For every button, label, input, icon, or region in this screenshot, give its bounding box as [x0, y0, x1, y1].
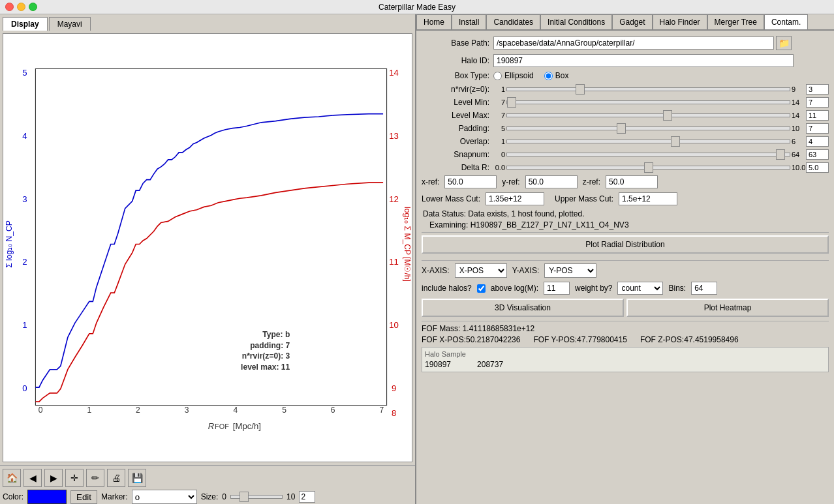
- tab-display[interactable]: Display: [3, 17, 48, 31]
- chart-svg: 5 4 3 2 1 0 14 13 12 11 10 9 8 0 1 2 3 4: [3, 34, 412, 462]
- base-path-input[interactable]: [493, 37, 774, 50]
- visualisation-button[interactable]: 3D Visualisation: [422, 299, 624, 317]
- tab-gadget[interactable]: Gadget: [612, 14, 652, 29]
- include-halos-checkbox[interactable]: [477, 284, 486, 293]
- tab-initial-conditions[interactable]: Initial Conditions: [540, 14, 612, 29]
- deltar-slider-min: 0.0: [493, 164, 506, 171]
- levelmin-slider-min: 7: [493, 98, 506, 106]
- upper-mass-label: Upper Mass Cut:: [555, 194, 613, 203]
- tab-candidates[interactable]: Candidates: [486, 14, 540, 29]
- svg-text:FOF: FOF: [215, 422, 229, 430]
- snapnum-slider[interactable]: [506, 153, 790, 156]
- padding-slider-min: 5: [493, 125, 506, 132]
- box-label: Box: [555, 71, 569, 80]
- padding-value[interactable]: [806, 123, 829, 134]
- levelmin-slider[interactable]: [506, 100, 790, 104]
- plot-heatmap-button[interactable]: Plot Heatmap: [626, 299, 829, 317]
- marker-select[interactable]: o s ^: [132, 490, 197, 504]
- levelmax-slider-row: Level Max: 7 14: [422, 110, 829, 121]
- axis-row: X-AXIS: X-POS Y-POS Z-POS Y-AXIS: X-POS …: [422, 263, 829, 278]
- nrvir-value[interactable]: [806, 84, 829, 95]
- zref-input[interactable]: [606, 175, 658, 188]
- color-edit-button[interactable]: Edit: [70, 490, 97, 504]
- tab-install[interactable]: Install: [452, 14, 486, 29]
- box-radio[interactable]: [544, 72, 553, 80]
- svg-text:0: 0: [22, 383, 27, 393]
- halo-id-label: Halo ID:: [422, 56, 493, 65]
- snapnum-value[interactable]: [806, 149, 829, 160]
- svg-text:5: 5: [282, 406, 286, 415]
- ellipsoid-label: Ellipsoid: [504, 71, 534, 80]
- levelmax-slider-min: 7: [493, 111, 506, 119]
- marker-label: Marker:: [101, 492, 128, 501]
- crosshair-icon-btn[interactable]: ✛: [65, 469, 84, 487]
- levelmax-value[interactable]: [806, 110, 829, 121]
- deltar-value[interactable]: [806, 162, 829, 173]
- lower-mass-input[interactable]: [486, 192, 544, 205]
- overlap-slider-min: 1: [493, 138, 506, 145]
- deltar-slider[interactable]: [506, 166, 790, 170]
- forward-icon-btn[interactable]: ▶: [44, 469, 63, 487]
- ellipsoid-radio-label[interactable]: Ellipsoid: [493, 71, 534, 80]
- folder-button[interactable]: 📁: [776, 36, 792, 50]
- svg-text:6: 6: [331, 406, 335, 415]
- ellipsoid-radio[interactable]: [493, 72, 502, 80]
- nrvir-slider-max: 9: [790, 85, 803, 93]
- base-path-row: Base Path: 📁: [422, 36, 829, 50]
- toolbar-icons: 🏠 ◀ ▶ ✛ ✏ 🖨 💾: [3, 469, 412, 487]
- fof-zpos: FOF Z-POS:47.4519958496: [640, 335, 739, 344]
- minimize-button[interactable]: [17, 3, 25, 11]
- window-controls[interactable]: [5, 3, 37, 11]
- tab-halo-finder[interactable]: Halo Finder: [653, 14, 707, 29]
- base-path-label: Base Path:: [422, 38, 493, 48]
- svg-text:3: 3: [185, 406, 189, 415]
- levelmin-value[interactable]: [806, 97, 829, 108]
- tab-merger-tree[interactable]: Merger Tree: [707, 14, 764, 29]
- back-icon-btn[interactable]: ◀: [23, 469, 42, 487]
- color-box[interactable]: [27, 490, 67, 504]
- xaxis-select[interactable]: X-POS Y-POS Z-POS: [455, 263, 507, 278]
- overlap-slider[interactable]: [506, 140, 790, 143]
- size-value[interactable]: [299, 491, 315, 503]
- levelmax-slider[interactable]: [506, 113, 790, 117]
- svg-text:4: 4: [233, 406, 238, 415]
- mass-cut-row: Lower Mass Cut: Upper Mass Cut:: [422, 192, 829, 205]
- yaxis-select[interactable]: X-POS Y-POS Z-POS: [544, 263, 596, 278]
- tab-home[interactable]: Home: [416, 14, 452, 29]
- levelmin-slider-row: Level Min: 7 14: [422, 97, 829, 108]
- padding-slider-row: Padding: 5 10: [422, 123, 829, 134]
- close-button[interactable]: [5, 3, 14, 11]
- weight-by-label: weight by?: [575, 284, 612, 293]
- save-icon-btn[interactable]: 💾: [128, 469, 146, 487]
- zref-label: z-ref:: [583, 177, 600, 186]
- plot-radial-button[interactable]: Plot Radial Distribution: [422, 235, 829, 254]
- box-type-row: Box Type: Ellipsoid Box: [422, 71, 829, 80]
- box-radio-label[interactable]: Box: [544, 71, 569, 80]
- deltar-slider-label: Delta R:: [422, 163, 493, 172]
- print-icon-btn[interactable]: 🖨: [107, 469, 125, 487]
- yaxis-label: Y-AXIS:: [512, 266, 540, 275]
- nrvir-slider[interactable]: [506, 87, 790, 91]
- tab-mayavi[interactable]: Mayavi: [49, 17, 91, 31]
- fof-xpos: FOF X-POS:50.2187042236: [422, 335, 520, 344]
- svg-text:2: 2: [22, 257, 27, 267]
- size-slider[interactable]: [230, 495, 283, 499]
- xref-input[interactable]: [444, 175, 497, 188]
- edit-icon-btn[interactable]: ✏: [86, 469, 104, 487]
- weight-by-select[interactable]: count mass: [617, 282, 663, 295]
- yref-input[interactable]: [525, 175, 578, 188]
- overlap-value[interactable]: [806, 136, 829, 147]
- above-logm-input[interactable]: [544, 282, 570, 295]
- halo-id-row: Halo ID:: [422, 54, 829, 67]
- home-icon-btn[interactable]: 🏠: [3, 469, 21, 487]
- svg-text:11: 11: [389, 257, 399, 267]
- halo-sample-value-1: 208737: [477, 360, 503, 369]
- halo-id-input[interactable]: [493, 54, 794, 67]
- left-panel: Display Mayavi 5 4 3 2 1 0 14 13 12 11 1…: [0, 14, 416, 504]
- tab-contam[interactable]: Contam.: [764, 14, 808, 29]
- maximize-button[interactable]: [29, 3, 37, 11]
- visualisation-buttons: 3D Visualisation Plot Heatmap: [422, 299, 829, 317]
- bins-input[interactable]: [691, 282, 717, 295]
- upper-mass-input[interactable]: [619, 192, 677, 205]
- padding-slider[interactable]: [506, 126, 790, 130]
